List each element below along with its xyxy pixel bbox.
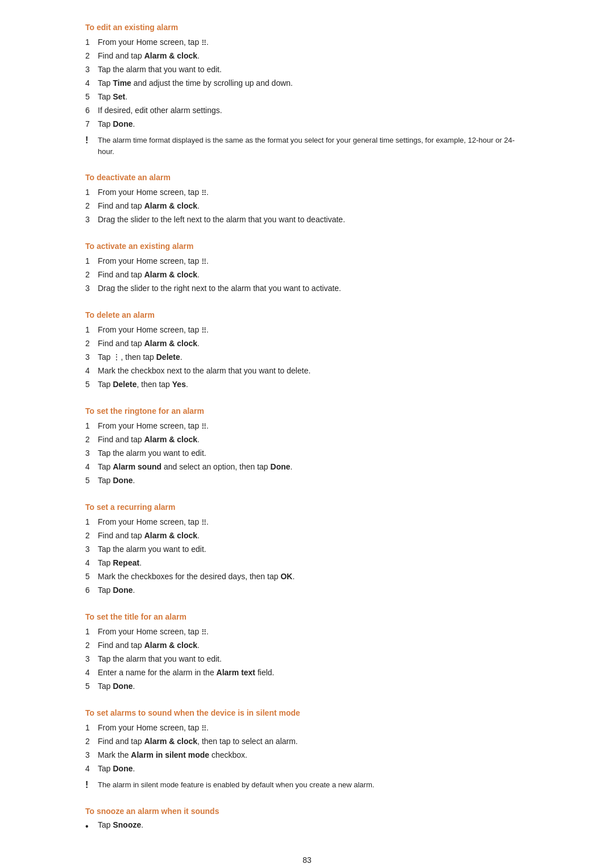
step-number: 4: [85, 763, 98, 775]
step-list-edit-alarm: 1From your Home screen, tap ⠿. 2Find and…: [85, 36, 529, 130]
section-recurring-alarm: To set a recurring alarm 1From your Home…: [85, 502, 529, 596]
step-text: Drag the slider to the left next to the …: [98, 214, 529, 226]
step-item: 5Tap Done.: [85, 680, 529, 692]
note-text: The alarm time format displayed is the s…: [98, 135, 529, 157]
step-number: 3: [85, 447, 98, 459]
section-title-activate-alarm: To activate an existing alarm: [85, 242, 529, 251]
bullet-item: • Tap Snooze.: [85, 820, 529, 833]
step-item: 4Tap Done.: [85, 763, 529, 775]
step-number: 1: [85, 324, 98, 336]
section-set-ringtone: To set the ringtone for an alarm 1From y…: [85, 406, 529, 487]
step-text: Mark the checkbox next to the alarm that…: [98, 365, 529, 377]
step-number: 4: [85, 557, 98, 569]
step-text: Tap Time and adjust the time by scrollin…: [98, 77, 529, 89]
step-item: 1From your Home screen, tap ⠿.: [85, 516, 529, 528]
step-text: Find and tap Alarm & clock.: [98, 200, 529, 212]
step-item: 3Tap the alarm that you want to edit.: [85, 64, 529, 76]
step-text: Find and tap Alarm & clock, then tap to …: [98, 736, 529, 747]
step-text: Tap Done.: [98, 475, 529, 487]
step-number: 4: [85, 667, 98, 679]
step-text: Find and tap Alarm & clock.: [98, 434, 529, 446]
step-text: Tap Set.: [98, 91, 529, 103]
note-icon: !: [85, 780, 98, 790]
step-number: 3: [85, 749, 98, 761]
step-number: 5: [85, 91, 98, 103]
step-number: 5: [85, 475, 98, 487]
step-item: 1From your Home screen, tap ⠿.: [85, 420, 529, 432]
step-item: 1From your Home screen, tap ⠿.: [85, 722, 529, 734]
step-number: 2: [85, 269, 98, 281]
step-text: Enter a name for the alarm in the Alarm …: [98, 667, 529, 679]
step-item: 2Find and tap Alarm & clock.: [85, 200, 529, 212]
note-silent-mode: ! The alarm in silent mode feature is en…: [85, 779, 529, 791]
step-text: Mark the checkboxes for the desired days…: [98, 571, 529, 583]
step-number: 1: [85, 626, 98, 638]
bullet-list-snooze: • Tap Snooze.: [85, 820, 529, 833]
step-number: 2: [85, 530, 98, 542]
step-number: 3: [85, 64, 98, 76]
step-item: 2Find and tap Alarm & clock.: [85, 50, 529, 62]
step-item: 1From your Home screen, tap ⠿.: [85, 324, 529, 336]
step-text: Find and tap Alarm & clock.: [98, 530, 529, 542]
step-item: 1From your Home screen, tap ⠿.: [85, 186, 529, 198]
step-text: From your Home screen, tap ⠿.: [98, 324, 529, 336]
step-text: Tap Alarm sound and select an option, th…: [98, 461, 529, 473]
step-item: 2Find and tap Alarm & clock, then tap to…: [85, 736, 529, 747]
section-title-set-title: To set the title for an alarm: [85, 612, 529, 621]
section-title-edit-alarm: To edit an existing alarm: [85, 23, 529, 32]
step-item: 1From your Home screen, tap ⠿.: [85, 626, 529, 638]
step-number: 6: [85, 105, 98, 117]
step-item: 1From your Home screen, tap ⠿.: [85, 255, 529, 267]
step-text: Find and tap Alarm & clock.: [98, 639, 529, 651]
step-number: 3: [85, 653, 98, 665]
step-item: 3Mark the Alarm in silent mode checkbox.: [85, 749, 529, 761]
step-text: Tap ⋮, then tap Delete.: [98, 351, 529, 363]
step-item: 5Tap Done.: [85, 475, 529, 487]
step-number: 1: [85, 722, 98, 734]
note-icon: !: [85, 135, 98, 146]
step-item: 6Tap Done.: [85, 584, 529, 596]
step-number: 4: [85, 461, 98, 473]
step-text: From your Home screen, tap ⠿.: [98, 36, 529, 48]
step-text: Find and tap Alarm & clock.: [98, 50, 529, 62]
step-item: 3Tap the alarm that you want to edit.: [85, 653, 529, 665]
step-number: 5: [85, 571, 98, 583]
step-text: Mark the Alarm in silent mode checkbox.: [98, 749, 529, 761]
step-number: 4: [85, 77, 98, 89]
step-text: From your Home screen, tap ⠿.: [98, 722, 529, 734]
step-text: From your Home screen, tap ⠿.: [98, 186, 529, 198]
step-number: 2: [85, 434, 98, 446]
step-number: 1: [85, 516, 98, 528]
step-text: Tap Done.: [98, 584, 529, 596]
step-item: 3Tap ⋮, then tap Delete.: [85, 351, 529, 363]
step-number: 1: [85, 255, 98, 267]
step-text: Tap Done.: [98, 763, 529, 775]
step-text: Drag the slider to the right next to the…: [98, 283, 529, 294]
step-text: Tap Done.: [98, 118, 529, 130]
step-text: Tap the alarm you want to edit.: [98, 543, 529, 555]
step-number: 3: [85, 283, 98, 294]
step-text: Tap the alarm you want to edit.: [98, 447, 529, 459]
step-item: 2Find and tap Alarm & clock.: [85, 269, 529, 281]
step-item: 6If desired, edit other alarm settings.: [85, 105, 529, 117]
step-list-recurring-alarm: 1From your Home screen, tap ⠿. 2Find and…: [85, 516, 529, 596]
step-number: 1: [85, 186, 98, 198]
step-number: 2: [85, 639, 98, 651]
step-number: 2: [85, 736, 98, 747]
section-set-title: To set the title for an alarm 1From your…: [85, 612, 529, 692]
step-list-activate-alarm: 1From your Home screen, tap ⠿. 2Find and…: [85, 255, 529, 294]
step-number: 1: [85, 420, 98, 432]
step-text: Tap Done.: [98, 680, 529, 692]
step-number: 2: [85, 50, 98, 62]
step-list-deactivate-alarm: 1From your Home screen, tap ⠿. 2Find and…: [85, 186, 529, 226]
step-text: Find and tap Alarm & clock.: [98, 269, 529, 281]
section-snooze-alarm: To snooze an alarm when it sounds • Tap …: [85, 807, 529, 833]
step-item: 4Mark the checkbox next to the alarm tha…: [85, 365, 529, 377]
page-content: To edit an existing alarm 1From your Hom…: [85, 0, 529, 868]
step-item: 4Tap Alarm sound and select an option, t…: [85, 461, 529, 473]
step-item: 4Enter a name for the alarm in the Alarm…: [85, 667, 529, 679]
step-item: 3Drag the slider to the left next to the…: [85, 214, 529, 226]
step-item: 4Tap Time and adjust the time by scrolli…: [85, 77, 529, 89]
step-text: From your Home screen, tap ⠿.: [98, 516, 529, 528]
section-edit-alarm: To edit an existing alarm 1From your Hom…: [85, 23, 529, 157]
